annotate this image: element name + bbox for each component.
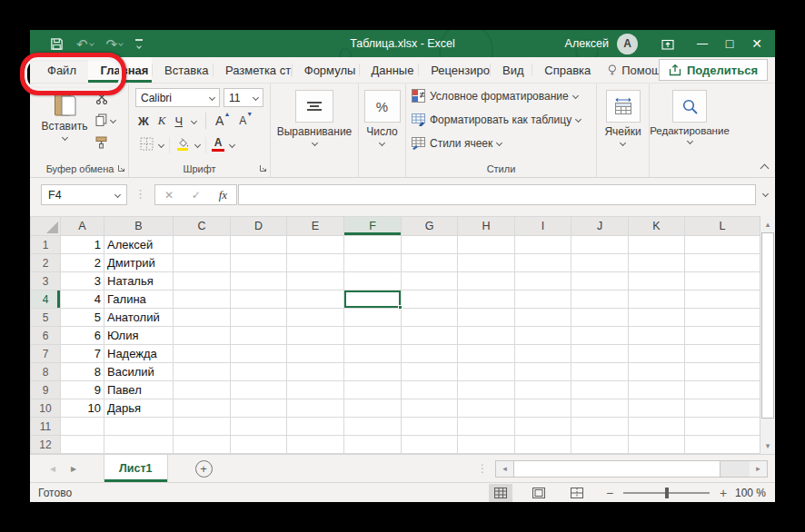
scroll-up-icon[interactable]: ▴ (760, 216, 775, 232)
cell[interactable] (458, 399, 515, 418)
row-header-3[interactable]: 3 (31, 272, 61, 291)
cells-menu-button[interactable]: Ячейки (597, 90, 649, 145)
cell[interactable] (685, 418, 760, 436)
vertical-scrollbar-thumb[interactable] (761, 232, 774, 419)
cell[interactable] (174, 327, 231, 345)
cell[interactable] (402, 418, 458, 436)
tab-help[interactable]: Справка (532, 57, 594, 83)
cell[interactable] (231, 291, 287, 309)
col-header-k[interactable]: K (629, 217, 685, 236)
cell[interactable] (174, 254, 231, 272)
cell[interactable] (344, 345, 402, 363)
cell[interactable] (402, 272, 458, 291)
font-size-combo[interactable]: 11 (224, 88, 263, 107)
undo-button[interactable]: ↶ (76, 37, 94, 51)
col-header-c[interactable]: C (174, 217, 231, 236)
cell[interactable] (571, 309, 629, 327)
cell[interactable] (174, 236, 231, 254)
formula-bar-grip[interactable]: ⋮ (134, 187, 146, 201)
cell[interactable] (685, 236, 760, 254)
cell[interactable] (629, 309, 685, 327)
cell[interactable] (571, 236, 629, 254)
tab-data[interactable]: Данные (359, 57, 418, 83)
zoom-in-button[interactable]: + (717, 486, 730, 500)
cell[interactable] (515, 327, 571, 345)
col-header-a[interactable]: A (61, 217, 104, 236)
cell[interactable] (344, 399, 402, 418)
cell[interactable] (515, 345, 571, 363)
cell[interactable] (174, 399, 231, 418)
cell[interactable] (344, 363, 402, 381)
sheet-tab-list1[interactable]: Лист1 (104, 455, 167, 482)
cell[interactable] (344, 254, 402, 272)
zoom-level[interactable]: 100 % (735, 487, 766, 499)
tab-review[interactable]: Рецензиров (419, 57, 490, 83)
cell[interactable] (685, 399, 760, 418)
cell[interactable] (344, 309, 402, 327)
cell[interactable] (629, 272, 685, 291)
tab-page-layout[interactable]: Разметка стр (214, 57, 292, 83)
fill-color-button[interactable] (175, 136, 190, 153)
cell[interactable] (174, 381, 231, 399)
cell[interactable] (571, 418, 629, 436)
cell-A7[interactable]: 7 (61, 345, 104, 363)
customize-qat-button[interactable] (135, 39, 143, 48)
page-layout-view-button[interactable] (527, 484, 551, 502)
cell[interactable] (174, 418, 231, 436)
cell[interactable] (515, 436, 571, 454)
cell-B8[interactable]: Василий (104, 363, 174, 381)
tab-formulas[interactable]: Формулы (293, 57, 359, 83)
cell[interactable] (174, 363, 231, 381)
cell-F4-selected[interactable] (344, 291, 402, 309)
shrink-font-button[interactable]: A▼ (239, 114, 253, 127)
cut-button[interactable] (95, 93, 108, 107)
cell-A11[interactable] (61, 418, 104, 436)
cell[interactable] (685, 436, 760, 454)
cell[interactable] (231, 418, 287, 436)
cell[interactable] (458, 272, 515, 291)
cell[interactable] (571, 363, 629, 381)
row-header-7[interactable]: 7 (31, 345, 61, 363)
cell[interactable] (402, 399, 458, 418)
tab-insert[interactable]: Вставка (153, 57, 213, 83)
close-button[interactable]: ✕ (743, 30, 770, 57)
cell-A4[interactable]: 4 (61, 291, 104, 309)
cell[interactable] (174, 436, 231, 454)
row-header-1[interactable]: 1 (31, 236, 61, 254)
cell[interactable] (458, 309, 515, 327)
cell[interactable] (344, 381, 402, 399)
cell[interactable] (287, 254, 344, 272)
cell-A12[interactable] (61, 436, 104, 454)
cell[interactable] (571, 272, 629, 291)
tab-file[interactable]: Файл (30, 57, 88, 83)
cell-B7[interactable]: Надежда (104, 345, 174, 363)
vertical-scrollbar[interactable]: ▴ ▾ (760, 216, 775, 454)
formula-input[interactable] (238, 184, 756, 205)
cell[interactable] (402, 254, 458, 272)
cell[interactable] (629, 327, 685, 345)
font-color-button[interactable]: А (212, 138, 224, 152)
cell[interactable] (287, 363, 344, 381)
scroll-down-icon[interactable]: ▾ (760, 438, 775, 454)
font-family-combo[interactable]: Calibri (135, 88, 220, 107)
cell-A1[interactable]: 1 (61, 236, 104, 254)
page-break-view-button[interactable] (565, 484, 589, 502)
cell[interactable] (231, 436, 287, 454)
cell[interactable] (287, 381, 344, 399)
col-header-i[interactable]: I (515, 217, 571, 236)
cell[interactable] (685, 381, 760, 399)
expand-formula-bar-button[interactable] (762, 191, 769, 197)
scroll-right-icon[interactable]: ▸ (750, 461, 767, 477)
normal-view-button[interactable] (489, 484, 512, 502)
col-header-j[interactable]: J (571, 217, 629, 236)
cell[interactable] (629, 418, 685, 436)
cell[interactable] (174, 291, 231, 309)
cell-A9[interactable]: 9 (61, 381, 104, 399)
zoom-out-button[interactable]: − (603, 486, 616, 500)
tab-scrollbar-grip[interactable]: ⋮ (477, 462, 488, 475)
cell[interactable] (458, 254, 515, 272)
underline-button[interactable]: Ч (174, 114, 183, 128)
cell-B4[interactable]: Галина (104, 291, 174, 309)
horizontal-scrollbar-track[interactable] (721, 461, 750, 477)
cell[interactable] (515, 399, 571, 418)
